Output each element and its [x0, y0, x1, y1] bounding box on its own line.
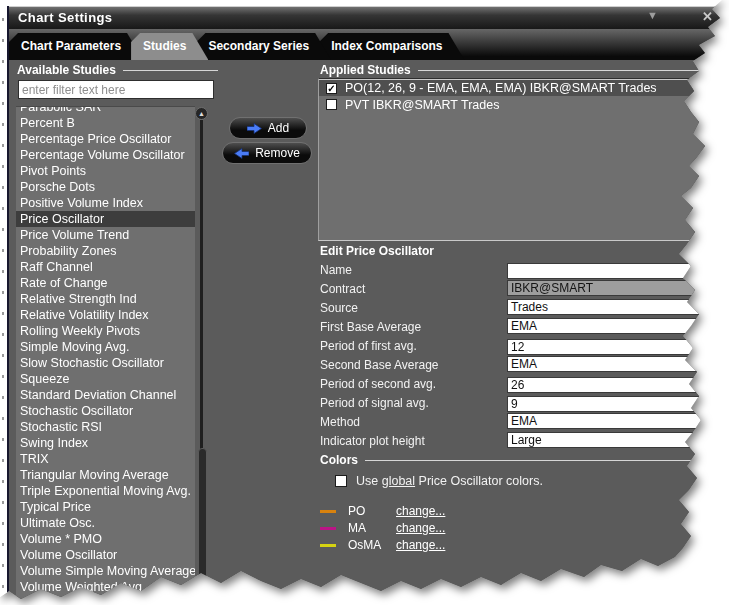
list-item[interactable]: Volume Weighted Avg [16, 579, 195, 595]
list-item[interactable]: Triangular Moving Average [16, 467, 195, 483]
edit-section-title: Edit Price Oscillator [320, 244, 434, 258]
list-item[interactable]: Volume * PMO [16, 531, 195, 547]
applied-study-row[interactable]: PVT IBKR@SMART Trades [319, 96, 729, 113]
global-link[interactable]: global [382, 474, 415, 488]
color-row-ma: MAchange... [320, 521, 445, 535]
list-item[interactable]: Squeeze [16, 371, 195, 387]
title-bar: Chart Settings ▼ ✕ [9, 6, 729, 29]
applied-studies-list[interactable]: ✓PO(12, 26, 9 - EMA, EMA, EMA) IBKR@SMAR… [318, 78, 729, 241]
list-item[interactable]: Price Volume Trend [16, 227, 195, 243]
field-control [507, 375, 723, 391]
change-color-link[interactable]: change... [396, 538, 445, 552]
list-item[interactable]: Positive Volume Index [16, 195, 195, 211]
list-item[interactable]: Rate of Change [16, 275, 195, 291]
field-control: Large▼ [507, 432, 723, 448]
header-rule [123, 70, 218, 71]
field-label: Method [320, 415, 360, 429]
change-color-link[interactable]: change... [396, 504, 445, 518]
available-studies-list[interactable]: Parabolic SARPercent BPercentage Price O… [16, 106, 195, 605]
unchecked-checkbox[interactable] [326, 99, 337, 110]
method-select[interactable]: EMA▼ [507, 413, 723, 429]
list-item[interactable]: Volume Oscillator [16, 547, 195, 563]
list-item[interactable]: Typical Price [16, 499, 195, 515]
field-control: EMA▼ [507, 356, 723, 372]
colors-title: Colors [320, 453, 358, 467]
list-item[interactable]: Volume Simple Moving Average [16, 563, 195, 579]
colors-header: Colors [320, 453, 707, 467]
list-item[interactable]: Percent B [16, 115, 195, 131]
source-select[interactable]: Trades▼ [507, 299, 723, 315]
select-value: EMA [511, 319, 537, 333]
tab-label: Secondary Series [208, 39, 309, 53]
window-title: Chart Settings [18, 10, 112, 25]
list-item[interactable]: TRIX [16, 451, 195, 467]
list-item[interactable]: Swing Index [16, 435, 195, 451]
applied-study-row[interactable]: ✓PO(12, 26, 9 - EMA, EMA, EMA) IBKR@SMAR… [319, 79, 729, 96]
list-item[interactable]: Parabolic SAR [16, 106, 195, 115]
select-value: EMA [511, 357, 537, 371]
form-row-period-of-signal-avg-: Period of signal avg. [320, 394, 729, 411]
tab-studies[interactable]: Studies [131, 33, 208, 60]
second-base-average-select[interactable]: EMA▼ [507, 356, 723, 372]
list-item[interactable]: Standard Deviation Channel [16, 387, 195, 403]
tab-secondary-series[interactable]: Secondary Series [196, 33, 331, 60]
list-item[interactable]: Probability Zones [16, 243, 195, 259]
change-color-link[interactable]: change... [396, 521, 445, 535]
torn-shadow-wrap: Chart Settings ▼ ✕ Chart ParametersStudi… [0, 0, 729, 605]
checked-checkbox[interactable]: ✓ [326, 83, 337, 94]
name-input[interactable] [507, 263, 723, 279]
color-row-osma: OsMAchange... [320, 538, 445, 552]
add-button[interactable]: Add [229, 117, 307, 139]
osma-color-swatch [320, 544, 336, 547]
field-label: Second Base Average [320, 358, 439, 372]
applied-study-label: PO(12, 26, 9 - EMA, EMA, EMA) IBKR@SMART… [345, 81, 657, 95]
dropdown-arrow-icon: ▼ [712, 303, 720, 311]
chevron-down-icon[interactable]: ▼ [647, 9, 658, 21]
first-base-average-select[interactable]: EMA▼ [507, 318, 723, 334]
field-label: Indicator plot height [320, 434, 425, 448]
field-control [507, 261, 723, 277]
tab-bar: Chart ParametersStudiesSecondary SeriesI… [9, 29, 729, 60]
field-label: Contract [320, 282, 365, 296]
field-control: EMA▼ [507, 318, 723, 334]
scrollbar-thumb[interactable] [198, 448, 207, 605]
field-control: IBKR@SMART [507, 280, 723, 296]
form-row-name: Name [320, 261, 729, 278]
list-item[interactable]: Relative Volatility Index [16, 307, 195, 323]
header-rule [365, 460, 707, 461]
use-global-colors-label: Use global Price Oscillator colors. [356, 474, 543, 488]
list-item[interactable]: Percentage Price Oscillator [16, 131, 195, 147]
list-item[interactable]: Porsche Dots [16, 179, 195, 195]
filter-input[interactable] [18, 80, 214, 99]
form-row-first-base-average: First Base AverageEMA▼ [320, 318, 729, 335]
list-item[interactable]: Stochastic Oscillator [16, 403, 195, 419]
list-item[interactable]: Pivot Points [16, 163, 195, 179]
remove-button[interactable]: Remove [222, 142, 312, 164]
list-item[interactable]: Relative Strength Ind [16, 291, 195, 307]
add-arrow-icon [247, 123, 262, 134]
list-item[interactable]: Rolling Weekly Pivots [16, 323, 195, 339]
period-of-signal-avg--input[interactable] [507, 396, 723, 412]
indicator-plot-height-select[interactable]: Large▼ [507, 432, 723, 448]
tab-index-comparisons[interactable]: Index Comparisons [319, 33, 464, 60]
list-item[interactable]: Ultimate Osc. [16, 515, 195, 531]
scroll-up-button[interactable]: ▲ [195, 107, 208, 120]
close-icon[interactable]: ✕ [702, 9, 713, 24]
list-item[interactable]: Slow Stochastic Oscillator [16, 355, 195, 371]
list-item[interactable]: Stochastic RSI [16, 419, 195, 435]
period-of-second-avg--input[interactable] [507, 377, 723, 393]
tab-label: Index Comparisons [331, 39, 442, 53]
remove-button-label: Remove [255, 146, 300, 160]
list-item[interactable]: Percentage Volume Oscillator [16, 147, 195, 163]
list-item[interactable]: Price Oscillator [16, 211, 195, 227]
studies-tab-panel: Available Studies Parabolic SARPercent B… [9, 60, 729, 605]
torn-left-edge [0, 0, 7, 605]
color-series-name: OsMA [348, 538, 390, 552]
use-global-colors-checkbox[interactable] [335, 475, 347, 487]
list-item[interactable]: Simple Moving Avg. [16, 339, 195, 355]
ma-color-swatch [320, 527, 336, 530]
tab-chart-parameters[interactable]: Chart Parameters [9, 33, 143, 60]
list-item[interactable]: Triple Exponential Moving Avg. [16, 483, 195, 499]
period-of-first-avg--input[interactable] [507, 339, 723, 355]
list-item[interactable]: Raff Channel [16, 259, 195, 275]
